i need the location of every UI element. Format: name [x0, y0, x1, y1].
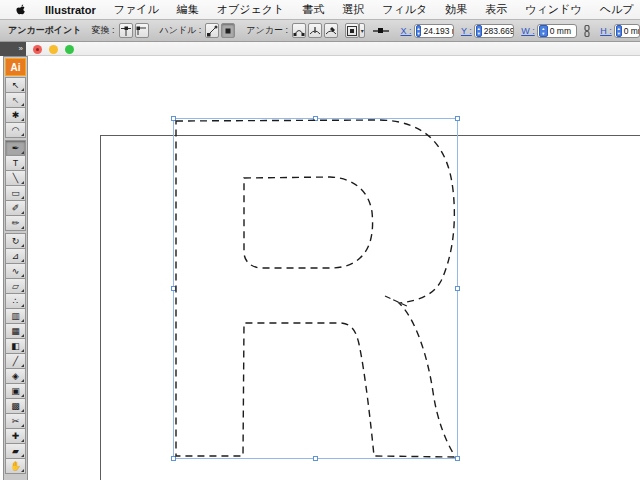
blend-tool[interactable]: ◈	[5, 368, 26, 384]
slice-tool[interactable]: ✂	[5, 413, 26, 429]
hand-icon: ✋	[10, 461, 21, 471]
eyedropper-icon: ╱	[13, 356, 18, 366]
blend-icon: ◈	[12, 371, 19, 381]
letter-r-artwork	[0, 0, 640, 480]
line-tool[interactable]: ╲	[5, 170, 26, 186]
letter-r-counter-path[interactable]	[244, 177, 373, 268]
line-icon: ╲	[13, 173, 18, 183]
hand-tool[interactable]: ✋	[5, 458, 26, 474]
free-transform-icon: ▱	[12, 281, 19, 291]
type-icon: T	[13, 158, 19, 168]
paintbrush-icon: ✐	[12, 203, 20, 213]
eyedropper-tool[interactable]: ╱	[5, 353, 26, 369]
symbol-sprayer-tool[interactable]: ∴	[5, 293, 26, 309]
selection-icon: ↖	[12, 80, 20, 90]
gradient-tool[interactable]: ◧	[5, 338, 26, 354]
live-paint-bucket-icon: ▣	[11, 386, 20, 396]
rectangle-tool[interactable]: ▭	[5, 185, 26, 201]
lasso-icon: ◠	[12, 125, 20, 135]
pencil-icon: ✏	[12, 218, 20, 228]
lasso-tool[interactable]: ◠	[5, 122, 26, 138]
warp-icon: ∿	[12, 266, 20, 276]
gradient-icon: ◧	[11, 341, 20, 351]
selection-tool[interactable]: ↖	[5, 77, 26, 93]
magic-wand-tool[interactable]: ✱	[5, 107, 26, 123]
letter-r-knee-detail	[385, 296, 409, 307]
ai-logo: Ai	[5, 58, 26, 76]
paintbrush-tool[interactable]: ✐	[5, 200, 26, 216]
live-paint-selection-icon: ▩	[11, 401, 20, 411]
magic-wand-icon: ✱	[12, 110, 20, 120]
pencil-tool[interactable]: ✏	[5, 215, 26, 231]
symbol-sprayer-icon: ∴	[13, 296, 19, 306]
letter-r-outer-path[interactable]	[176, 120, 454, 457]
crop-area-tool[interactable]: ✚	[5, 428, 26, 444]
mesh-icon: ▦	[11, 326, 20, 336]
pen-tool[interactable]: ✒	[5, 140, 26, 156]
tools-panel: Ai ↖↖✱◠✒T╲▭✐✏↻⊿∿▱∴▥▦◧╱◈▣▩✂✚▰✋	[3, 56, 28, 480]
direct-selection-icon: ↖	[12, 95, 20, 105]
warp-tool[interactable]: ∿	[5, 263, 26, 279]
crop-area-icon: ✚	[12, 431, 20, 441]
direct-selection-tool[interactable]: ↖	[5, 92, 26, 108]
graph-tool[interactable]: ▥	[5, 308, 26, 324]
live-paint-bucket-tool[interactable]: ▣	[5, 383, 26, 399]
illustrator-app: Illustrator ファイル編集オブジェクト書式選択フィルタ効果表示ウィンド…	[0, 0, 640, 480]
scale-icon: ⊿	[12, 251, 20, 261]
rotate-tool[interactable]: ↻	[5, 233, 26, 249]
eraser-icon: ▰	[12, 446, 19, 456]
eraser-tool[interactable]: ▰	[5, 443, 26, 459]
free-transform-tool[interactable]: ▱	[5, 278, 26, 294]
slice-icon: ✂	[12, 416, 20, 426]
rectangle-icon: ▭	[11, 188, 20, 198]
type-tool[interactable]: T	[5, 155, 26, 171]
pen-icon: ✒	[12, 143, 20, 153]
rotate-icon: ↻	[12, 236, 20, 246]
scale-tool[interactable]: ⊿	[5, 248, 26, 264]
mesh-tool[interactable]: ▦	[5, 323, 26, 339]
graph-icon: ▥	[11, 311, 20, 321]
live-paint-selection-tool[interactable]: ▩	[5, 398, 26, 414]
